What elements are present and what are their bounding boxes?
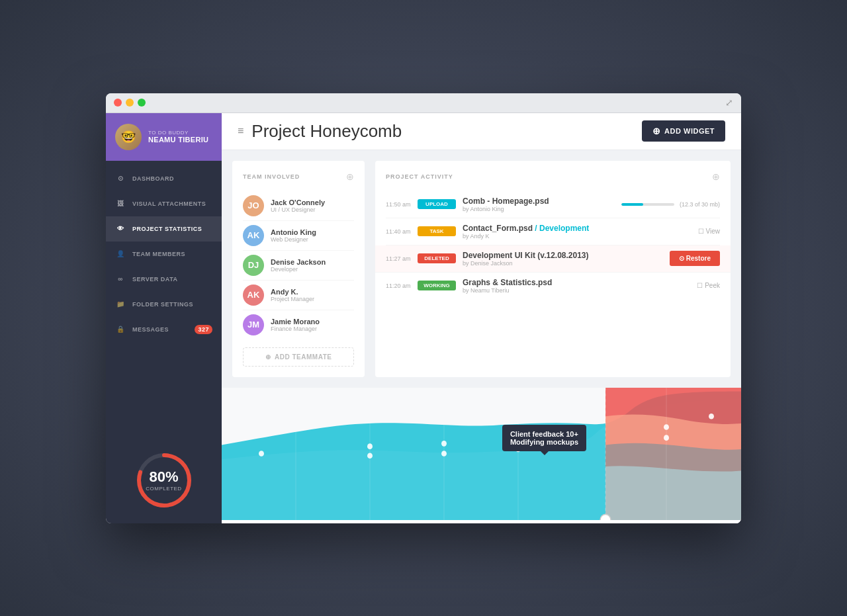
sidebar-item-label: SERVER DATA xyxy=(132,276,178,283)
minimize-button[interactable] xyxy=(126,99,134,107)
action-link[interactable]: ☐ View xyxy=(698,228,720,235)
expand-icon[interactable]: ⤢ xyxy=(725,97,733,108)
user-label: TO DO BUDDY xyxy=(148,130,208,136)
title-bar: ⤢ xyxy=(106,93,741,113)
messages-icon: 🔒 xyxy=(115,324,126,335)
folder-settings-icon: 📁 xyxy=(115,299,126,310)
sidebar-item-server-data[interactable]: ∞SERVER DATA xyxy=(106,267,222,292)
member-name: Jack O'Connely xyxy=(271,198,325,206)
sidebar-item-label: MESSAGES xyxy=(132,326,169,333)
team-members-icon: 👤 xyxy=(115,249,126,259)
messages-badge: 327 xyxy=(195,325,212,334)
progress-ring: 80% COMPLETED xyxy=(134,451,194,510)
activity-panel-header: PROJECT ACTIVITY ⊕ xyxy=(386,171,720,182)
activity-title: Development UI Kit (v.12.08.2013) xyxy=(463,251,663,260)
activity-title: Graphs & Statistics.psd xyxy=(463,278,690,287)
add-teammate-label: ADD TEAMMATE xyxy=(275,353,332,361)
activity-badge: UPLOAD xyxy=(418,199,456,209)
svg-point-16 xyxy=(664,424,669,430)
upload-progress-bar xyxy=(621,203,674,206)
activity-time: 11:20 am xyxy=(386,283,411,289)
svg-point-17 xyxy=(664,435,669,441)
activity-title: Comb - Homepage.psd xyxy=(463,197,615,206)
sidebar-item-label: FOLDER SETTINGS xyxy=(132,301,193,308)
tooltip-line2: Modifying mockups xyxy=(510,438,578,446)
action-link[interactable]: ☐ Peek xyxy=(697,282,720,289)
sidebar-item-project-statistics[interactable]: 👁PROJECT STATISTICS xyxy=(106,216,222,242)
sidebar-item-folder-settings[interactable]: 📁FOLDER SETTINGS xyxy=(106,292,222,317)
sidebar-item-team-members[interactable]: 👤TEAM MEMBERS xyxy=(106,242,222,267)
app-window: ⤢ 🤓 TO DO BUDDY NEAMU TIBERIU ⊙DASHBOARD… xyxy=(106,93,741,523)
activity-subtitle: by Andy K xyxy=(463,233,691,240)
activity-subtitle: by Neamu Tiberiu xyxy=(463,287,690,294)
activity-subtitle: by Antonio King xyxy=(463,206,615,212)
nav-items: ⊙DASHBOARD🖼VISUAL ATTACHMENTS👁PROJECT ST… xyxy=(106,161,222,437)
dashboard-icon: ⊙ xyxy=(115,173,126,184)
activity-badge: WORKING xyxy=(418,281,456,290)
sidebar: 🤓 TO DO BUDDY NEAMU TIBERIU ⊙DASHBOARD🖼V… xyxy=(106,113,222,523)
member-name: Antonio King xyxy=(271,228,316,236)
member-name: Denise Jackson xyxy=(271,258,326,266)
add-widget-button[interactable]: ⊕ ADD WIDGET xyxy=(642,120,725,142)
member-name: Andy K. xyxy=(271,288,314,296)
activity-time: 11:27 am xyxy=(386,255,411,262)
progress-label: COMPLETED xyxy=(146,486,181,492)
team-member: AKAndy K.Project Manager xyxy=(243,281,354,310)
app-body: 🤓 TO DO BUDDY NEAMU TIBERIU ⊙DASHBOARD🖼V… xyxy=(106,113,741,523)
chart-tooltip: Client feedback 10+ Modifying mockups xyxy=(502,425,586,451)
activity-badge: TASK xyxy=(418,226,456,236)
team-panel-title: TEAM INVOLVED xyxy=(243,173,300,180)
sidebar-item-label: DASHBOARD xyxy=(132,175,174,182)
main-content: ≡ Project Honeycomb ⊕ ADD WIDGET TEAM IN… xyxy=(222,113,741,523)
visual-attachments-icon: 🖼 xyxy=(115,198,126,209)
member-avatar: JO xyxy=(243,195,264,216)
team-member: JMJamie MoranoFinance Manager xyxy=(243,310,354,339)
traffic-lights xyxy=(114,99,146,107)
svg-point-9 xyxy=(259,451,264,457)
member-avatar: JM xyxy=(243,314,264,335)
svg-point-11 xyxy=(367,453,373,459)
activity-subtitle: by Denise Jackson xyxy=(463,260,663,267)
team-panel-header: TEAM INVOLVED ⊕ xyxy=(243,171,354,182)
member-role: UI / UX Designer xyxy=(271,206,325,213)
sidebar-item-dashboard[interactable]: ⊙DASHBOARD xyxy=(106,166,222,191)
add-teammate-button[interactable]: ⊕ ADD TEAMMATE xyxy=(243,347,354,367)
svg-point-12 xyxy=(441,441,447,447)
activity-badge: DELETED xyxy=(418,253,456,263)
maximize-button[interactable] xyxy=(138,99,146,107)
chart-svg xyxy=(222,388,741,520)
team-panel: TEAM INVOLVED ⊕ JOJack O'ConnelyUI / UX … xyxy=(232,161,365,377)
hamburger-icon[interactable]: ≡ xyxy=(238,125,244,137)
activity-item: 11:27 amDELETEDDevelopment UI Kit (v.12.… xyxy=(375,245,731,273)
activity-panel-icon[interactable]: ⊕ xyxy=(712,171,720,182)
member-role: Web Designer xyxy=(271,236,316,243)
sidebar-item-label: PROJECT STATISTICS xyxy=(132,226,202,232)
close-button[interactable] xyxy=(114,99,122,107)
activity-list: 11:50 amUPLOADComb - Homepage.psdby Anto… xyxy=(386,191,720,299)
restore-button[interactable]: ⊙ Restore xyxy=(670,251,720,266)
header: ≡ Project Honeycomb ⊕ ADD WIDGET xyxy=(222,113,741,150)
user-header: 🤓 TO DO BUDDY NEAMU TIBERIU xyxy=(106,113,222,161)
chart-xaxis: 27APR30MAY06JUN13JUL22MAY09JUN27NOV xyxy=(222,520,741,523)
add-icon: ⊕ xyxy=(265,353,271,361)
activity-panel-title: PROJECT ACTIVITY xyxy=(386,173,453,180)
sidebar-item-visual-attachments[interactable]: 🖼VISUAL ATTACHMENTS xyxy=(106,191,222,216)
content-area: TEAM INVOLVED ⊕ JOJack O'ConnelyUI / UX … xyxy=(222,150,741,523)
team-member: JOJack O'ConnelyUI / UX Designer xyxy=(243,191,354,221)
team-members-list: JOJack O'ConnelyUI / UX DesignerAKAntoni… xyxy=(243,191,354,339)
member-avatar: AK xyxy=(243,285,264,306)
user-name: NEAMU TIBERIU xyxy=(148,136,208,144)
member-role: Project Manager xyxy=(271,296,314,302)
project-statistics-icon: 👁 xyxy=(115,224,126,234)
activity-time: 11:40 am xyxy=(386,228,411,235)
tooltip-line1: Client feedback 10+ xyxy=(510,430,578,438)
activity-time: 11:50 am xyxy=(386,201,411,208)
svg-point-13 xyxy=(441,451,447,457)
team-panel-icon[interactable]: ⊕ xyxy=(346,171,354,182)
sidebar-item-messages[interactable]: 🔒MESSAGES327 xyxy=(106,317,222,342)
avatar: 🤓 xyxy=(115,124,142,150)
member-role: Finance Manager xyxy=(271,326,320,332)
activity-title: Contact_Form.psd / Development xyxy=(463,224,691,233)
member-avatar: DJ xyxy=(243,255,264,276)
team-member: DJDenise JacksonDeveloper xyxy=(243,251,354,281)
